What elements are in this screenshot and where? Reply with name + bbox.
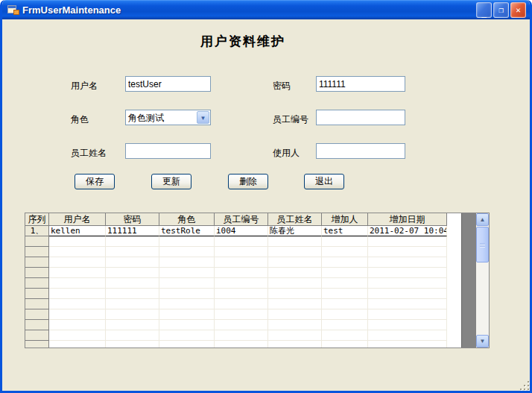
grid-cell[interactable] [215, 299, 268, 309]
grid-cell[interactable] [268, 341, 322, 348]
grid-row[interactable] [25, 289, 461, 299]
grid-column-header[interactable]: 角色 [159, 213, 215, 226]
grid-cell[interactable]: 陈春光 [268, 226, 322, 236]
scroll-up-icon[interactable]: ▲ [476, 213, 489, 226]
grid-cell[interactable] [159, 236, 215, 247]
grid-cell[interactable] [49, 289, 106, 299]
grid-cell[interactable] [368, 341, 447, 348]
grid-row[interactable]: 1、kellen111111testRolei004陈春光test2011-02… [25, 226, 461, 236]
grid-cell[interactable] [268, 309, 322, 320]
grid-cell[interactable] [215, 341, 268, 348]
grid-rowheader-cell[interactable] [25, 247, 49, 257]
grid-cell[interactable] [215, 268, 268, 278]
role-combobox[interactable]: 角色测试 ▼ [125, 110, 211, 125]
grid-cell[interactable] [49, 309, 106, 320]
grid-row[interactable] [25, 330, 461, 341]
grid-cell[interactable] [368, 278, 447, 289]
save-button[interactable]: 保存 [75, 174, 115, 189]
grid-row[interactable] [25, 257, 461, 268]
grid-row[interactable] [25, 299, 461, 309]
grid-rowheader-cell[interactable] [25, 320, 49, 330]
grid-cell[interactable]: kellen [49, 226, 106, 236]
grid-column-header[interactable]: 用户名 [49, 213, 106, 226]
grid-cell[interactable] [322, 309, 368, 320]
grid-rowheader-cell[interactable] [25, 278, 49, 289]
minimize-button[interactable]: _ [476, 2, 492, 18]
grid-cell[interactable] [159, 257, 215, 268]
grid-rowheader-cell[interactable]: 1、 [25, 226, 49, 236]
grid-cell[interactable] [215, 236, 268, 247]
grid-cell[interactable]: i004 [215, 226, 268, 236]
grid-cell[interactable] [322, 236, 368, 247]
grid-cell[interactable] [159, 320, 215, 330]
scrollbar-thumb[interactable] [476, 227, 489, 262]
resize-grip-icon[interactable] [519, 380, 529, 390]
grid-cell[interactable] [322, 299, 368, 309]
delete-button[interactable]: 删除 [228, 174, 268, 189]
user-datagrid[interactable]: 序列用户名密码角色员工编号员工姓名增加人增加日期 1、kellen111111t… [25, 213, 490, 348]
username-input[interactable] [125, 76, 211, 92]
grid-row[interactable] [25, 341, 461, 348]
update-button[interactable]: 更新 [151, 174, 191, 189]
grid-cell[interactable] [215, 320, 268, 330]
grid-row[interactable] [25, 236, 461, 247]
grid-cell[interactable] [49, 257, 106, 268]
grid-cell[interactable] [215, 257, 268, 268]
grid-cell[interactable] [49, 330, 106, 341]
grid-cell[interactable] [322, 247, 368, 257]
grid-cell[interactable] [368, 268, 447, 278]
grid-row[interactable] [25, 247, 461, 257]
grid-cell[interactable] [106, 268, 159, 278]
grid-row[interactable] [25, 278, 461, 289]
grid-cell[interactable] [268, 330, 322, 341]
grid-cell[interactable] [106, 289, 159, 299]
grid-row[interactable] [25, 309, 461, 320]
grid-cell[interactable] [106, 236, 159, 247]
grid-rowheader-cell[interactable] [25, 268, 49, 278]
grid-cell[interactable] [368, 247, 447, 257]
grid-cell[interactable] [49, 268, 106, 278]
maximize-button[interactable]: ❐ [493, 2, 509, 18]
grid-cell[interactable] [159, 247, 215, 257]
grid-cell[interactable] [106, 278, 159, 289]
grid-cell[interactable] [322, 268, 368, 278]
grid-cell[interactable] [368, 320, 447, 330]
grid-row[interactable] [25, 320, 461, 330]
grid-cell[interactable] [368, 309, 447, 320]
chevron-down-icon[interactable]: ▼ [197, 111, 209, 124]
grid-rowheader-cell[interactable] [25, 330, 49, 341]
grid-cell[interactable] [49, 278, 106, 289]
grid-cell[interactable] [106, 309, 159, 320]
grid-cell[interactable] [49, 341, 106, 348]
grid-cell[interactable]: test [322, 226, 368, 236]
grid-cell[interactable] [368, 330, 447, 341]
exit-button[interactable]: 退出 [304, 174, 344, 189]
grid-cell[interactable] [368, 236, 447, 247]
scrollbar-track[interactable] [476, 262, 489, 335]
grid-cell[interactable] [268, 236, 322, 247]
grid-cell[interactable] [106, 299, 159, 309]
grid-rowheader-cell[interactable] [25, 289, 49, 299]
grid-cell[interactable] [268, 289, 322, 299]
grid-rowheader-cell[interactable] [25, 309, 49, 320]
grid-cell[interactable] [215, 278, 268, 289]
grid-cell[interactable] [215, 289, 268, 299]
grid-cell[interactable]: 111111 [106, 226, 159, 236]
titlebar[interactable]: FrmUserMaintenance _ ❐ ✕ [2, 0, 530, 19]
grid-cell[interactable] [106, 330, 159, 341]
grid-cell[interactable] [49, 320, 106, 330]
grid-cell[interactable] [368, 257, 447, 268]
grid-cell[interactable]: testRole [159, 226, 215, 236]
grid-cell[interactable] [49, 247, 106, 257]
grid-column-header[interactable]: 序列 [25, 213, 49, 226]
grid-cell[interactable] [322, 278, 368, 289]
close-button[interactable]: ✕ [510, 2, 526, 18]
grid-cell[interactable] [49, 299, 106, 309]
grid-cell[interactable] [322, 330, 368, 341]
grid-cell[interactable] [368, 289, 447, 299]
grid-cell[interactable] [322, 257, 368, 268]
grid-column-header[interactable]: 增加日期 [368, 213, 447, 226]
grid-cell[interactable] [368, 299, 447, 309]
grid-cell[interactable] [106, 320, 159, 330]
grid-cell[interactable] [159, 289, 215, 299]
